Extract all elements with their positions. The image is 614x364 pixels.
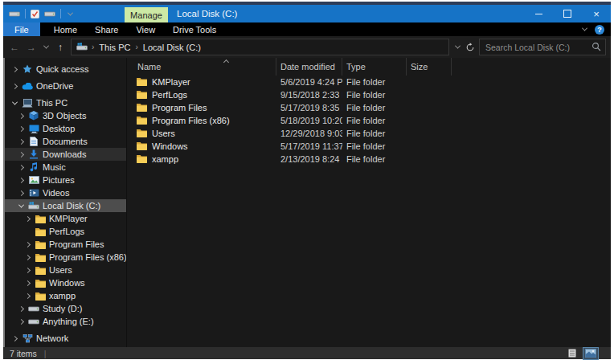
- close-button[interactable]: ×: [582, 5, 611, 22]
- column-header-label: Name: [137, 62, 161, 72]
- date-modified: 5/17/2019 11:37 PM: [276, 141, 342, 151]
- download-icon: [28, 149, 39, 159]
- drive-icon: [28, 318, 39, 325]
- tab-share[interactable]: Share: [86, 22, 127, 36]
- tab-drive-tools[interactable]: Drive Tools: [164, 22, 225, 36]
- sidebar-item-downloads[interactable]: Downloads: [3, 148, 126, 161]
- tab-home[interactable]: Home: [45, 22, 86, 36]
- sidebar-item-quick-access[interactable]: Quick access: [3, 63, 126, 76]
- sidebar-item-program-files[interactable]: Program Files: [3, 238, 126, 251]
- chevron-collapsed-icon[interactable]: [10, 334, 18, 342]
- sidebar-item-onedrive[interactable]: OneDrive: [3, 80, 126, 92]
- properties-check-icon[interactable]: [31, 10, 39, 18]
- chevron-collapsed-icon[interactable]: [10, 65, 18, 73]
- file-row-users[interactable]: Users12/29/2018 9:03 PMFile folder: [127, 127, 611, 140]
- ribbon-collapse-icon[interactable]: [580, 26, 588, 34]
- breadcrumb-item-local-disk-c[interactable]: Local Disk (C:): [143, 43, 201, 52]
- sidebar-item-program-files-x86[interactable]: Program Files (x86): [3, 251, 126, 264]
- sidebar-item-label: Quick access: [36, 64, 88, 74]
- tab-file[interactable]: File: [3, 22, 40, 36]
- column-header-name[interactable]: Name: [127, 58, 276, 76]
- sidebar-item-users[interactable]: Users: [3, 264, 126, 276]
- sidebar-item-label: Videos: [43, 188, 69, 198]
- chevron-collapsed-icon[interactable]: [17, 150, 25, 158]
- file-row-program-files-x86[interactable]: Program Files (x86)5/18/2019 10:20 A...F…: [127, 114, 611, 127]
- minimize-button[interactable]: [524, 5, 553, 22]
- file-row-perflogs[interactable]: PerfLogs9/15/2018 2:33 PMFile folder: [127, 88, 611, 101]
- sidebar-item-study-d[interactable]: Study (D:): [3, 302, 126, 315]
- chevron-expanded-icon[interactable]: [17, 202, 25, 210]
- chevron-collapsed-icon[interactable]: [17, 317, 25, 325]
- file-row-kmplayer[interactable]: KMPlayer5/6/2019 4:24 PMFile folder: [127, 76, 611, 88]
- chevron-collapsed-icon[interactable]: [23, 292, 31, 300]
- chevron-collapsed-icon[interactable]: [17, 189, 25, 197]
- column-header-size[interactable]: Size: [407, 58, 452, 76]
- sidebar-item-local-disk-c[interactable]: Local Disk (C:): [3, 199, 126, 212]
- chevron-collapsed-icon[interactable]: [17, 112, 25, 120]
- sidebar-item-perflogs[interactable]: PerfLogs: [3, 225, 126, 238]
- thumbnail-view-button[interactable]: [583, 348, 598, 359]
- scrollbar[interactable]: [3, 58, 5, 347]
- sidebar-item-this-pc[interactable]: This PC: [3, 96, 126, 109]
- date-modified: 5/17/2019 8:35 PM: [276, 103, 342, 112]
- up-button[interactable]: ↑: [54, 43, 67, 52]
- address-dropdown-icon[interactable]: [453, 43, 461, 51]
- file-name: Windows: [152, 141, 188, 151]
- address-bar[interactable]: ›This PC›Local Disk (C:): [71, 39, 449, 55]
- chevron-collapsed-icon[interactable]: [17, 305, 25, 313]
- sidebar-item-windows[interactable]: Windows: [3, 276, 126, 289]
- sidebar-item-videos[interactable]: Videos: [3, 186, 126, 199]
- folder-icon: [137, 154, 147, 165]
- file-row-xampp[interactable]: xampp2/13/2019 8:24 PMFile folder: [127, 153, 611, 166]
- maximize-button[interactable]: [553, 5, 582, 22]
- chevron-collapsed-icon[interactable]: [23, 253, 31, 261]
- chevron-collapsed-icon[interactable]: [23, 266, 31, 274]
- chevron-collapsed-icon[interactable]: [23, 215, 31, 223]
- chevron-collapsed-icon[interactable]: [23, 240, 31, 248]
- drive-icon[interactable]: [9, 10, 20, 18]
- file-name: KMPlayer: [152, 77, 190, 87]
- tab-view[interactable]: View: [127, 22, 164, 36]
- file-name: Program Files: [152, 103, 207, 112]
- view-toggle-buttons: [565, 348, 604, 359]
- main-area: Quick accessOneDriveThis PC3D ObjectsDes…: [3, 58, 611, 347]
- chevron-collapsed-icon[interactable]: [17, 163, 25, 171]
- sidebar-item-label: Program Files (x86): [49, 252, 127, 262]
- chevron-collapsed-icon[interactable]: [17, 125, 25, 133]
- sidebar-item-anything-e[interactable]: Anything (E:): [3, 315, 126, 328]
- sidebar-item-3d-objects[interactable]: 3D Objects: [3, 109, 126, 122]
- column-header-type[interactable]: Type: [342, 58, 407, 76]
- sidebar-item-label: Music: [43, 162, 66, 172]
- refresh-icon[interactable]: [465, 43, 475, 52]
- sidebar-item-documents[interactable]: Documents: [3, 135, 126, 148]
- chevron-down-icon[interactable]: [66, 10, 74, 18]
- back-button[interactable]: ←: [8, 43, 21, 52]
- help-icon[interactable]: ?: [595, 25, 604, 35]
- recent-locations-icon[interactable]: [42, 43, 50, 51]
- file-name: Users: [152, 129, 175, 138]
- sidebar-item-music[interactable]: Music: [3, 161, 126, 174]
- minimize-icon: [535, 14, 542, 14]
- new-folder-icon[interactable]: [44, 10, 55, 18]
- chevron-collapsed-icon[interactable]: [17, 137, 25, 145]
- forward-button[interactable]: →: [25, 43, 38, 52]
- sidebar-item-xampp[interactable]: xampp: [3, 289, 126, 302]
- sidebar-item-network[interactable]: Network: [3, 332, 126, 345]
- chevron-expanded-icon[interactable]: [10, 99, 18, 107]
- sidebar-item-kmplayer[interactable]: KMPlayer: [3, 212, 126, 225]
- chevron-collapsed-icon[interactable]: [10, 82, 18, 90]
- breadcrumb-item-this-pc[interactable]: This PC: [99, 43, 130, 52]
- file-name: xampp: [152, 154, 178, 164]
- file-row-program-files[interactable]: Program Files5/17/2019 8:35 PMFile folde…: [127, 101, 611, 114]
- column-header-date-modified[interactable]: Date modified: [276, 58, 342, 76]
- sidebar-item-pictures[interactable]: Pictures: [3, 174, 126, 186]
- sysdrive-icon: [28, 202, 39, 210]
- file-row-windows[interactable]: Windows5/17/2019 11:37 PMFile folder: [127, 140, 611, 153]
- sidebar-item-desktop[interactable]: Desktop: [3, 122, 126, 135]
- chevron-collapsed-icon[interactable]: [17, 176, 25, 184]
- search-input[interactable]: [484, 42, 591, 53]
- manage-contextual-tab[interactable]: Manage: [125, 7, 168, 22]
- chevron-collapsed-icon[interactable]: [23, 279, 31, 287]
- sidebar-item-label: Pictures: [43, 175, 75, 185]
- details-view-button[interactable]: [565, 348, 579, 359]
